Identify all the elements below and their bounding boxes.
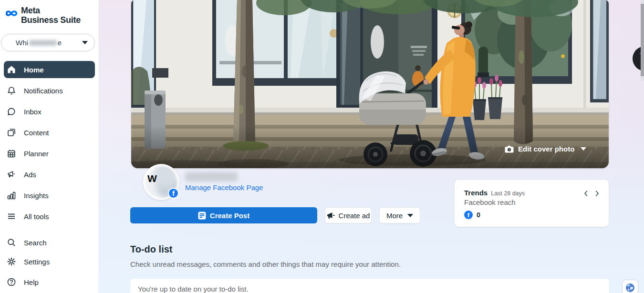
- menu-lines-icon: [7, 212, 16, 221]
- sidebar-item-label: Inbox: [24, 108, 42, 116]
- avatar-letter: W: [147, 173, 157, 184]
- sidebar-item-inbox[interactable]: Inbox: [4, 103, 95, 120]
- calendar-icon: [7, 149, 16, 158]
- page-name-blur: [29, 40, 57, 46]
- trends-value-row: f 0: [464, 211, 599, 219]
- meta-infinity-icon: [4, 8, 20, 19]
- sidebar-item-label: Insights: [24, 192, 49, 200]
- scrollbar-thumb[interactable]: [641, 4, 644, 76]
- sidebar-item-label: Settings: [24, 258, 50, 266]
- facebook-badge-icon: f: [168, 188, 179, 199]
- megaphone-icon: [327, 212, 335, 219]
- sidebar-item-label: Home: [24, 66, 44, 74]
- sidebar-item-settings[interactable]: Settings: [4, 253, 95, 270]
- create-post-button[interactable]: Create Post: [130, 207, 317, 223]
- trends-next-button[interactable]: [593, 190, 600, 197]
- sidebar-item-label: Content: [24, 129, 49, 137]
- sidebar-item-ads[interactable]: Ads: [4, 166, 95, 183]
- search-icon: [7, 238, 16, 247]
- content-cards-icon: [7, 128, 16, 137]
- create-ad-button[interactable]: Create ad: [325, 207, 372, 223]
- sidebar-item-label: Help: [24, 278, 39, 286]
- sidebar-item-insights[interactable]: Insights: [4, 187, 95, 204]
- sidebar-item-label: Planner: [24, 150, 49, 158]
- cover-photo: Edit cover photo: [131, 0, 609, 168]
- post-icon: [198, 212, 206, 220]
- meta-business-suite-logo[interactable]: Meta Business Suite: [4, 6, 81, 25]
- sidebar-item-label: Search: [24, 239, 47, 247]
- logo-line-2: Business Suite: [21, 15, 81, 25]
- sidebar-item-home[interactable]: Home: [4, 61, 95, 78]
- facebook-f-icon: f: [464, 211, 473, 219]
- page-avatar[interactable]: W f: [144, 165, 178, 199]
- trends-value: 0: [477, 211, 480, 219]
- megaphone-icon: [7, 170, 16, 179]
- sidebar-item-content[interactable]: Content: [4, 124, 95, 141]
- todo-list-title: To-do list: [130, 244, 173, 255]
- sidebar-item-notifications[interactable]: Notifications: [4, 82, 95, 99]
- create-ad-label: Create ad: [339, 212, 370, 220]
- bell-icon: [7, 86, 16, 95]
- sidebar-item-label: Ads: [24, 171, 36, 179]
- chevron-down-icon: [407, 214, 413, 217]
- logo-text: Meta Business Suite: [21, 6, 81, 25]
- sidebar-item-help[interactable]: Help: [4, 273, 95, 291]
- sidebar-item-search[interactable]: Search: [4, 234, 95, 251]
- todo-list-description: Check unread messages, comments and othe…: [130, 260, 401, 268]
- meta-business-suite-home: { "brand": { "line1": "Meta", "line2": "…: [0, 0, 644, 293]
- todo-empty-message: You're up to date on your to-do list.: [138, 285, 602, 293]
- chat-bubble-icon: [7, 107, 16, 116]
- chevron-down-icon: [581, 147, 586, 151]
- gear-icon: [7, 257, 16, 266]
- trends-prev-button[interactable]: [583, 190, 590, 197]
- page-name-prefix: Whi: [16, 39, 28, 47]
- chevron-down-icon: [82, 41, 88, 44]
- globe-icon: [625, 283, 635, 293]
- globe-button[interactable]: [622, 280, 638, 293]
- sidebar: Meta Business Suite Whi e Home Notificat…: [0, 0, 99, 293]
- more-button[interactable]: More: [379, 207, 420, 223]
- page-selector-dropdown[interactable]: Whi e: [1, 34, 95, 51]
- camera-icon: [505, 145, 514, 153]
- edit-cover-photo-label: Edit cover photo: [518, 145, 574, 153]
- sidebar-item-planner[interactable]: Planner: [4, 145, 95, 162]
- edit-cover-photo-button[interactable]: Edit cover photo: [505, 145, 586, 153]
- logo-line-1: Meta: [21, 6, 81, 15]
- bar-chart-icon: [7, 191, 16, 200]
- trends-period: Last 28 days: [491, 190, 525, 197]
- manage-facebook-page-link[interactable]: Manage Facebook Page: [185, 183, 263, 192]
- help-icon: [7, 277, 16, 287]
- trends-title: Trends: [464, 189, 488, 197]
- trends-header: Trends Last 28 days: [464, 189, 599, 197]
- trends-metric-label: Facebook reach: [464, 198, 599, 206]
- home-icon: [7, 65, 16, 74]
- more-label: More: [386, 212, 403, 220]
- sidebar-item-label: All tools: [24, 212, 49, 221]
- sidebar-item-label: Notifications: [24, 87, 63, 95]
- sidebar-item-all-tools[interactable]: All tools: [4, 208, 95, 225]
- page-name-blurred: [185, 172, 238, 182]
- create-post-label: Create Post: [210, 212, 249, 220]
- page-name-suffix: e: [58, 39, 62, 47]
- todo-list-card: You're up to date on your to-do list.: [130, 279, 609, 293]
- trends-card: Trends Last 28 days Facebook reach f 0: [455, 180, 609, 227]
